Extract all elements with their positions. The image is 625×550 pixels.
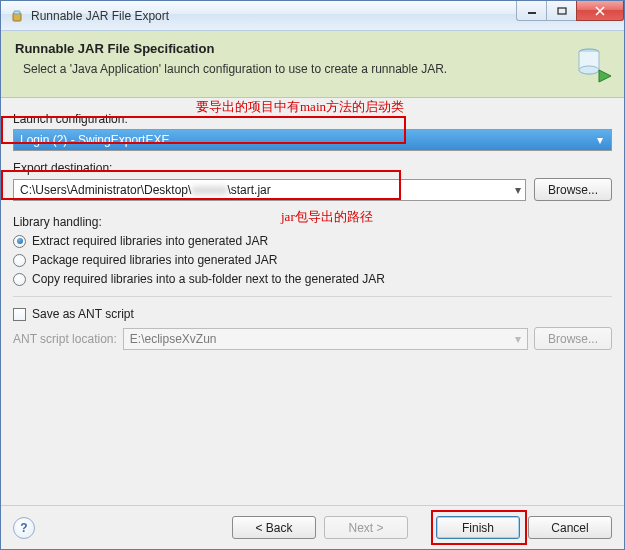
dialog-window: Runnable JAR File Export Runnable JAR Fi… [0, 0, 625, 550]
export-dest-prefix: C:\Users\Administrator\Desktop\ [20, 183, 191, 197]
jar-banner-icon [570, 41, 614, 85]
radio-package-label: Package required libraries into generate… [32, 253, 277, 267]
cancel-button[interactable]: Cancel [528, 516, 612, 539]
banner-description: Select a 'Java Application' launch confi… [23, 62, 570, 76]
radio-extract-label: Extract required libraries into generate… [32, 234, 268, 248]
next-button: Next > [324, 516, 408, 539]
window-controls [516, 1, 624, 21]
ant-location-input: E:\eclipseXvZun ▾ [123, 328, 528, 350]
export-destination-combo[interactable]: C:\Users\Administrator\Desktop\xxxxxx\st… [13, 179, 526, 201]
radio-icon [13, 235, 26, 248]
radio-copy[interactable]: Copy required libraries into a sub-folde… [13, 272, 612, 286]
radio-package[interactable]: Package required libraries into generate… [13, 253, 612, 267]
export-dest-suffix: \start.jar [227, 183, 270, 197]
launch-config-label: Launch configuration: [13, 112, 612, 126]
chevron-down-icon: ▾ [515, 183, 521, 197]
chevron-down-icon: ▾ [515, 332, 521, 346]
chevron-down-icon: ▾ [593, 133, 607, 147]
window-title: Runnable JAR File Export [31, 9, 169, 23]
ant-location-value: E:\eclipseXvZun [130, 332, 217, 346]
export-dest-label: Export destination: [13, 161, 612, 175]
svg-rect-1 [14, 11, 20, 14]
close-button[interactable] [576, 1, 624, 21]
minimize-button[interactable] [516, 1, 546, 21]
help-icon[interactable]: ? [13, 517, 35, 539]
radio-icon [13, 273, 26, 286]
content-area: Launch configuration: Login (2) - SwingE… [1, 98, 624, 505]
radio-copy-label: Copy required libraries into a sub-folde… [32, 272, 385, 286]
separator [13, 296, 612, 297]
svg-rect-3 [558, 8, 566, 14]
header-banner: Runnable JAR File Specification Select a… [1, 31, 624, 98]
svg-point-7 [579, 66, 599, 74]
browse-destination-button[interactable]: Browse... [534, 178, 612, 201]
button-bar: ? < Back Next > Finish Cancel [1, 505, 624, 549]
launch-config-value: Login (2) - SwingExportEXE [20, 133, 169, 147]
maximize-button[interactable] [546, 1, 576, 21]
jar-title-icon [9, 8, 25, 24]
save-ant-checkbox-row[interactable]: Save as ANT script [13, 307, 612, 321]
banner-title: Runnable JAR File Specification [15, 41, 570, 56]
titlebar: Runnable JAR File Export [1, 1, 624, 31]
save-ant-label: Save as ANT script [32, 307, 134, 321]
launch-config-combo[interactable]: Login (2) - SwingExportEXE ▾ [13, 129, 612, 151]
library-handling-group: Extract required libraries into generate… [13, 234, 612, 286]
library-handling-label: Library handling: [13, 215, 612, 229]
browse-ant-button: Browse... [534, 327, 612, 350]
ant-location-label: ANT script location: [13, 332, 117, 346]
back-button[interactable]: < Back [232, 516, 316, 539]
radio-icon [13, 254, 26, 267]
svg-marker-8 [599, 70, 611, 82]
export-dest-hidden: xxxxxx [191, 183, 227, 197]
radio-extract[interactable]: Extract required libraries into generate… [13, 234, 612, 248]
finish-button[interactable]: Finish [436, 516, 520, 539]
checkbox-icon [13, 308, 26, 321]
